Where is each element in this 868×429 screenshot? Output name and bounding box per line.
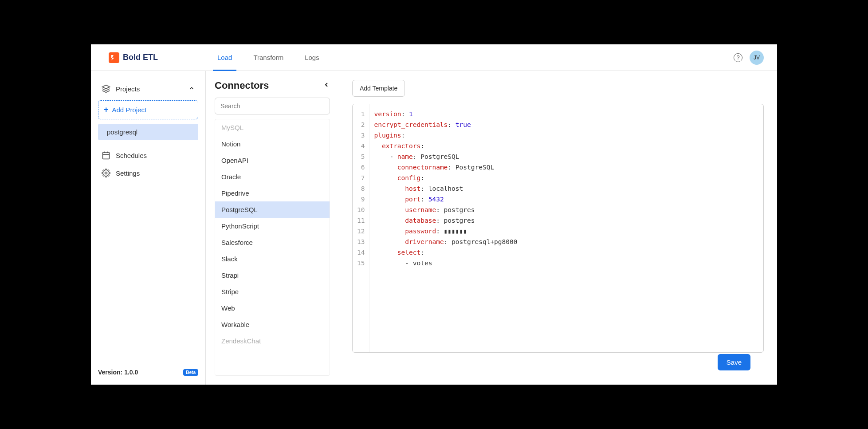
projects-label: Projects xyxy=(116,85,140,93)
svg-rect-1 xyxy=(103,152,110,159)
project-item-postgresql[interactable]: postgresql xyxy=(98,124,198,140)
sidebar-schedules[interactable]: Schedules xyxy=(98,146,198,164)
beta-badge: Beta xyxy=(183,369,198,376)
add-template-button[interactable]: Add Template xyxy=(352,80,405,97)
plus-icon: + xyxy=(104,105,109,114)
layers-icon xyxy=(102,84,110,93)
add-project-button[interactable]: + Add Project xyxy=(98,100,198,119)
help-icon[interactable]: ? xyxy=(734,53,742,62)
tab-load[interactable]: Load xyxy=(217,44,232,71)
tab-logs[interactable]: Logs xyxy=(305,44,319,71)
logo-icon xyxy=(109,52,119,63)
save-button[interactable]: Save xyxy=(718,354,750,370)
connector-item[interactable]: Pipedrive xyxy=(215,185,330,201)
connector-item[interactable]: ZendeskChat xyxy=(215,333,330,349)
connector-item[interactable]: Notion xyxy=(215,136,330,152)
connector-item[interactable]: PostgreSQL xyxy=(215,201,330,218)
connector-item[interactable]: Web xyxy=(215,300,330,316)
avatar[interactable]: JV xyxy=(750,51,764,65)
code-content[interactable]: version: 1 encrypt_credentials: true plu… xyxy=(369,104,763,352)
calendar-icon xyxy=(102,151,110,160)
svg-marker-0 xyxy=(102,85,110,89)
chevron-up-icon xyxy=(189,85,195,93)
connector-list[interactable]: MySQLNotionOpenAPIOraclePipedrivePostgre… xyxy=(215,119,330,376)
connector-item[interactable]: Slack xyxy=(215,251,330,267)
code-editor[interactable]: 123456789101112131415 version: 1 encrypt… xyxy=(352,104,764,353)
connector-item[interactable]: Salesforce xyxy=(215,234,330,251)
version-label: Version: 1.0.0 xyxy=(98,369,138,376)
connector-item[interactable]: PythonScript xyxy=(215,218,330,234)
gear-icon xyxy=(102,169,110,177)
sidebar-projects[interactable]: Projects xyxy=(98,80,198,98)
logo: Bold ETL xyxy=(91,52,206,63)
sidebar-settings[interactable]: Settings xyxy=(98,164,198,182)
connector-item[interactable]: Oracle xyxy=(215,169,330,185)
connector-item[interactable]: Strapi xyxy=(215,267,330,283)
connectors-title: Connectors xyxy=(215,80,269,91)
connector-item[interactable]: OpenAPI xyxy=(215,152,330,169)
app-name: Bold ETL xyxy=(123,53,158,62)
search-input[interactable] xyxy=(215,98,330,114)
connector-item[interactable]: Workable xyxy=(215,316,330,333)
connector-item[interactable]: Stripe xyxy=(215,283,330,300)
connector-item[interactable]: MySQL xyxy=(215,119,330,136)
svg-point-5 xyxy=(105,172,107,174)
tab-transform[interactable]: Transform xyxy=(253,44,283,71)
collapse-icon[interactable] xyxy=(323,81,330,90)
line-gutter: 123456789101112131415 xyxy=(353,104,369,352)
